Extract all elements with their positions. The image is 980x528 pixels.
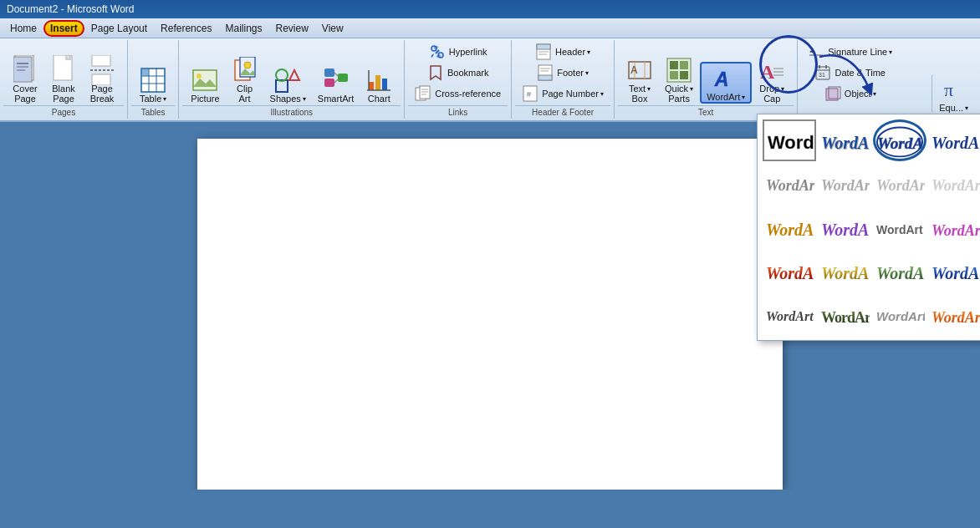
textbox-icon: A xyxy=(626,57,653,84)
wordart-option-10[interactable]: WordArt xyxy=(818,206,871,248)
menu-references[interactable]: References xyxy=(154,21,218,36)
wordart-dropdown: WordArt WordArt WordArt WordArt WordArt xyxy=(757,114,980,341)
wordart-option-11[interactable]: WordArt xyxy=(873,206,926,248)
cover-page-button[interactable]: Cover Page xyxy=(7,55,43,104)
wordart-option-5[interactable]: WordArt xyxy=(763,163,816,205)
svg-text:WordArt: WordArt xyxy=(766,177,814,194)
sigline-label: Signature Line ▾ xyxy=(828,47,892,57)
sigline-icon: ✒ xyxy=(808,43,824,60)
dropcap-icon: A xyxy=(758,57,785,84)
svg-text:A: A xyxy=(714,69,729,90)
svg-text:WordArt: WordArt xyxy=(932,134,980,152)
svg-rect-31 xyxy=(382,79,387,90)
svg-text:WordArt: WordArt xyxy=(932,309,980,326)
wordart-option-6[interactable]: WordArt xyxy=(818,163,871,205)
pagenumber-button[interactable]: # Page Number ▾ xyxy=(518,84,607,104)
chart-button[interactable]: Chart xyxy=(360,65,397,104)
quickparts-button[interactable]: Quick ▾ Parts xyxy=(660,55,698,104)
wordart-option-12[interactable]: WordArt xyxy=(928,206,980,248)
wordart-option-7[interactable]: WordArt xyxy=(873,163,926,205)
table-button[interactable]: Table ▾ xyxy=(135,65,171,104)
hyperlink-icon xyxy=(429,43,446,60)
wordart-option-17[interactable]: WordArt xyxy=(763,293,816,335)
pages-group-label: Pages xyxy=(3,105,124,119)
svg-text:WordArt: WordArt xyxy=(766,264,814,282)
ribbon: Cover Page Blank Page xyxy=(0,38,980,122)
svg-text:WordArt: WordArt xyxy=(876,264,925,282)
menu-home[interactable]: Home xyxy=(3,21,43,36)
bookmark-button[interactable]: Bookmark xyxy=(411,63,504,83)
wordart-button[interactable]: A WordArt ▾ xyxy=(700,62,752,104)
wordart-option-8[interactable]: WordArt xyxy=(928,163,980,205)
page-break-label2: Break xyxy=(90,94,115,104)
header-button[interactable]: Header ▾ xyxy=(518,42,607,62)
wordart-option-2[interactable]: WordArt xyxy=(818,119,871,161)
dropcap-label: Drop ▾ xyxy=(759,84,784,94)
wordart-option-18[interactable]: WordArt xyxy=(818,293,871,335)
ribbon-group-headerfooter: Header ▾ Footer ▾ xyxy=(512,40,615,119)
equation-label: Equ... ▾ xyxy=(939,103,968,113)
menu-pagelayout[interactable]: Page Layout xyxy=(84,21,154,36)
menu-bar: Home Insert Page Layout References Maili… xyxy=(0,18,980,38)
footer-label: Footer ▾ xyxy=(557,68,589,78)
object-button[interactable]: Object ▾ xyxy=(804,84,896,104)
quickparts-label: Quick ▾ xyxy=(665,84,693,94)
shapes-button[interactable]: Shapes ▾ xyxy=(265,65,311,104)
wordart-label: WordArt ▾ xyxy=(707,92,745,102)
wordart-option-15[interactable]: WordArt xyxy=(873,250,926,292)
footer-button[interactable]: Footer ▾ xyxy=(518,63,607,83)
wordart-option-1[interactable]: WordArt xyxy=(763,119,816,161)
wordart-option-19[interactable]: WordArt xyxy=(873,293,926,335)
menu-insert[interactable]: Insert xyxy=(43,20,84,37)
svg-text:π: π xyxy=(944,79,953,100)
ribbon-group-text: A Text ▾ Box xyxy=(615,40,798,119)
svg-rect-57 xyxy=(670,61,678,69)
sigline-button[interactable]: ✒ Signature Line ▾ xyxy=(804,42,896,62)
datetime-button[interactable]: 31 Date & Time xyxy=(804,63,896,83)
menu-review[interactable]: Review xyxy=(268,21,314,36)
wordart-option-14[interactable]: WordArt xyxy=(818,250,871,292)
svg-rect-47 xyxy=(538,75,552,80)
quickparts-label2: Parts xyxy=(668,94,690,104)
picture-button[interactable]: Picture xyxy=(186,65,224,104)
svg-rect-60 xyxy=(680,71,688,79)
svg-text:WordArt: WordArt xyxy=(932,264,980,282)
wordart-option-9[interactable]: WordArt xyxy=(763,206,816,248)
datetime-icon: 31 xyxy=(814,64,831,81)
crossref-button[interactable]: Cross-reference xyxy=(411,84,504,104)
wordart-option-16[interactable]: WordArt xyxy=(928,250,980,292)
wordart-option-13[interactable]: WordArt xyxy=(763,250,816,292)
smartart-button[interactable]: SmartArt xyxy=(313,65,359,104)
clipart-button[interactable]: Clip Art xyxy=(227,55,263,104)
svg-text:WordArt: WordArt xyxy=(821,264,870,282)
menu-view[interactable]: View xyxy=(315,21,350,36)
blank-page-icon xyxy=(50,57,77,84)
equation-group-items: π Equ... ▾ xyxy=(928,40,977,114)
menu-mailings[interactable]: Mailings xyxy=(218,21,268,36)
blank-page-button[interactable]: Blank Page xyxy=(45,55,82,104)
svg-text:WordArt: WordArt xyxy=(768,132,814,153)
svg-text:WordArt: WordArt xyxy=(821,221,870,239)
document-page[interactable] xyxy=(197,139,783,490)
svg-text:WordArt: WordArt xyxy=(876,223,923,236)
page-break-button[interactable]: Page Break xyxy=(84,55,120,104)
tables-group-label: Tables xyxy=(131,105,175,119)
cover-page-label2: Page xyxy=(14,94,36,104)
textbox-button[interactable]: A Text ▾ Box xyxy=(621,55,658,104)
smartart-label: SmartArt xyxy=(318,94,354,104)
wordart-option-20[interactable]: WordArt xyxy=(928,293,980,335)
dropcap-button[interactable]: A Drop ▾ Cap xyxy=(753,55,790,104)
tables-group-items: Table ▾ xyxy=(131,40,175,105)
textbox-label: Text ▾ xyxy=(629,84,651,94)
wordart-option-4[interactable]: WordArt xyxy=(928,119,980,161)
svg-text:✒: ✒ xyxy=(809,48,816,56)
hyperlink-button[interactable]: Hyperlink xyxy=(411,42,504,62)
wordart-option-3[interactable]: WordArt xyxy=(873,119,926,161)
headerfooter-group-items: Header ▾ Footer ▾ xyxy=(515,40,610,105)
svg-text:WordArt: WordArt xyxy=(766,221,814,239)
pagenumber-label: Page Number ▾ xyxy=(542,89,604,99)
page-break-icon xyxy=(89,57,115,84)
equation-button[interactable]: π Equ... ▾ xyxy=(932,74,973,113)
svg-marker-36 xyxy=(431,66,441,79)
svg-rect-24 xyxy=(324,69,334,77)
